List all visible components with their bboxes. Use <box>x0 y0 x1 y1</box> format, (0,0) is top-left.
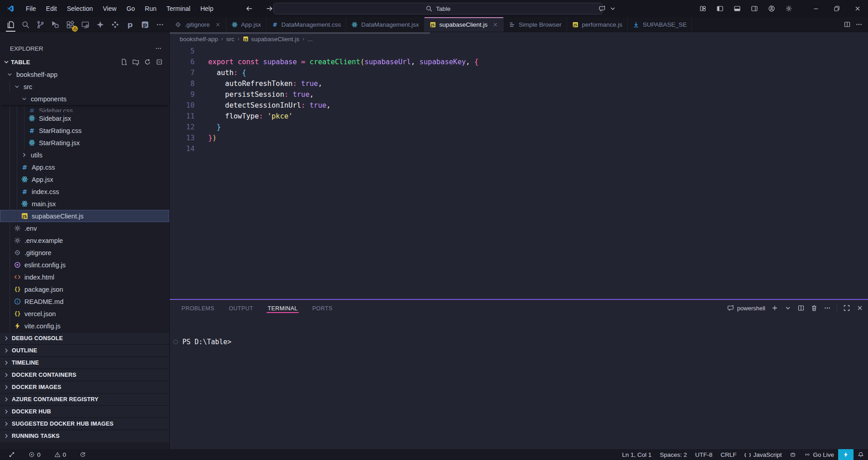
activity-extension-p-icon[interactable]: p <box>123 18 137 32</box>
status-errors-count[interactable]: 0 <box>24 449 45 460</box>
tree-item-readme-md[interactable]: README.md <box>0 295 169 308</box>
section-timeline[interactable]: TIMELINE <box>0 356 169 369</box>
menu-run[interactable]: Run <box>141 3 161 14</box>
menu-selection[interactable]: Selection <box>63 3 97 14</box>
new-terminal-plus-icon[interactable] <box>771 304 778 312</box>
menu-terminal[interactable]: Terminal <box>162 3 195 14</box>
status-go-live[interactable]: Go Live <box>800 449 838 460</box>
section-running-tasks[interactable]: RUNNING TASKS <box>0 430 169 442</box>
status-encoding[interactable]: UTF-8 <box>691 449 716 460</box>
collapse-all-icon[interactable] <box>156 58 163 66</box>
tree-item-env[interactable]: .env <box>0 222 169 234</box>
status-notifications[interactable] <box>854 449 868 460</box>
tree-item-sidebar-css[interactable]: #Sidebar.css <box>0 105 169 112</box>
status-eol[interactable]: CRLF <box>716 449 740 460</box>
activity-explorer-icon[interactable] <box>4 18 18 32</box>
tab-supabaseclient-js[interactable]: JSsupabaseClient.js <box>424 17 504 32</box>
restore-button[interactable] <box>826 0 847 17</box>
tree-item-main-jsx[interactable]: main.jsx <box>0 198 169 210</box>
activity-extensions-icon[interactable] <box>63 18 77 32</box>
split-terminal-icon[interactable] <box>797 304 805 312</box>
toggle-sidebar-right-icon[interactable] <box>748 2 761 15</box>
tree-item-src[interactable]: src <box>0 81 169 93</box>
status-copilot-status[interactable] <box>786 449 800 460</box>
copilot-menu[interactable] <box>596 2 616 15</box>
chevron-down-icon[interactable] <box>784 304 792 312</box>
split-editor-icon[interactable] <box>844 21 851 28</box>
account-icon[interactable] <box>765 2 778 15</box>
tree-item-index-css[interactable]: #index.css <box>0 185 169 198</box>
panel-tab-output[interactable]: OUTPUT <box>228 301 254 315</box>
activity-more-icon[interactable] <box>153 18 167 32</box>
tree-item-eslint-config-js[interactable]: eslint.config.js <box>0 259 169 271</box>
menu-file[interactable]: File <box>22 3 40 14</box>
menu-help[interactable]: Help <box>196 3 218 14</box>
menu-go[interactable]: Go <box>122 3 139 14</box>
explorer-more-icon[interactable] <box>155 45 162 52</box>
status-cursor-position[interactable]: Ln 1, Col 1 <box>618 449 656 460</box>
activity-live-preview-icon[interactable] <box>78 18 92 32</box>
new-folder-icon[interactable] <box>132 58 139 66</box>
command-center-search[interactable]: Table <box>273 3 603 14</box>
tree-item-vite-config-js[interactable]: vite.config.js <box>0 320 169 332</box>
nav-back-icon[interactable] <box>243 2 256 15</box>
terminal[interactable]: PS D:\Table> <box>170 316 868 449</box>
tab-app-jsx[interactable]: App.jsx <box>226 17 267 32</box>
tree-item-env-example[interactable]: .env.example <box>0 234 169 247</box>
tree-item-components[interactable]: components <box>0 93 169 105</box>
breadcrumb-item-src[interactable]: src <box>226 36 234 43</box>
status-indentation[interactable]: Spaces: 2 <box>656 449 691 460</box>
tree-item-sidebar-jsx[interactable]: Sidebar.jsx <box>0 112 169 124</box>
section-debug-console[interactable]: DEBUG CONSOLE <box>0 332 169 344</box>
status-thunder-client[interactable] <box>838 449 854 460</box>
toggle-sidebar-left-icon[interactable] <box>713 2 727 15</box>
menu-view[interactable]: View <box>99 3 120 14</box>
status-warnings-count[interactable]: 0 <box>50 449 71 460</box>
tree-item-app-css[interactable]: #App.css <box>0 161 169 173</box>
activity-marketplace-diamonds-icon[interactable] <box>108 18 122 32</box>
menu-edit[interactable]: Edit <box>42 3 61 14</box>
new-file-icon[interactable] <box>120 58 128 66</box>
tree-item-starrating-jsx[interactable]: StarRating.jsx <box>0 137 169 149</box>
breadcrumb-item-[interactable]: ... <box>307 36 312 43</box>
maximize-panel-icon[interactable] <box>843 304 850 312</box>
close-panel-icon[interactable] <box>856 304 863 312</box>
status-remote-indicator[interactable] <box>5 449 19 460</box>
section-docker-images[interactable]: DOCKER IMAGES <box>0 381 169 393</box>
close-button[interactable] <box>847 0 868 17</box>
section-outline[interactable]: OUTLINE <box>0 344 169 356</box>
panel-tab-ports[interactable]: PORTS <box>311 301 334 315</box>
tab-simple-browser[interactable]: Simple Browser <box>504 17 567 32</box>
editor-more-actions-icon[interactable] <box>855 21 863 28</box>
tree-item-supabaseclient-js[interactable]: JSsupabaseClient.js <box>0 210 169 222</box>
tab-supabase-se[interactable]: SUPABASE_SE <box>628 17 692 32</box>
trash-icon[interactable] <box>811 304 818 312</box>
section-azure-container-registry[interactable]: AZURE CONTAINER REGISTRY <box>0 393 169 405</box>
tree-item-starrating-css[interactable]: #StarRating.css <box>0 124 169 137</box>
tree-item-vercel-json[interactable]: {}vercel.json <box>0 308 169 320</box>
tree-item-gitignore[interactable]: .gitignore <box>0 247 169 259</box>
editor-scrollbar[interactable] <box>170 32 430 34</box>
tab-datamanagement-css[interactable]: #DataManagement.css <box>267 17 346 32</box>
tab-gitignore[interactable]: .gitignore <box>170 17 226 32</box>
status-history[interactable] <box>76 449 90 460</box>
terminal-shell-selector[interactable]: powershell <box>727 304 765 312</box>
section-suggested-docker-hub-images[interactable]: SUGGESTED DOCKER HUB IMAGES <box>0 417 169 430</box>
project-section-header[interactable]: TABLE <box>0 56 169 68</box>
tree-item-index-html[interactable]: index.html <box>0 271 169 283</box>
tree-item-app-jsx[interactable]: App.jsx <box>0 173 169 185</box>
tree-item-bookshelf-app[interactable]: bookshelf-app <box>0 68 169 81</box>
activity-copilot-sparkle-icon[interactable] <box>93 18 107 32</box>
tab-performance-js[interactable]: JSperformance.js <box>567 17 628 32</box>
breadcrumb-item-supabaseclient-js[interactable]: JSsupabaseClient.js <box>243 36 300 43</box>
activity-search-icon[interactable] <box>19 18 33 32</box>
settings-gear-icon[interactable] <box>782 2 796 15</box>
activity-source-control-icon[interactable] <box>33 18 48 32</box>
section-docker-containers[interactable]: DOCKER CONTAINERS <box>0 369 169 381</box>
breadcrumb-item-bookshelf-app[interactable]: bookshelf-app <box>180 36 218 43</box>
tree-item-package-json[interactable]: {}package.json <box>0 283 169 295</box>
panel-tab-problems[interactable]: PROBLEMS <box>181 301 215 315</box>
more-icon[interactable] <box>824 304 831 312</box>
section-docker-hub[interactable]: DOCKER HUB <box>0 405 169 417</box>
code-editor[interactable]: bookshelf-app›src›JSsupabaseClient.js›..… <box>170 32 868 299</box>
